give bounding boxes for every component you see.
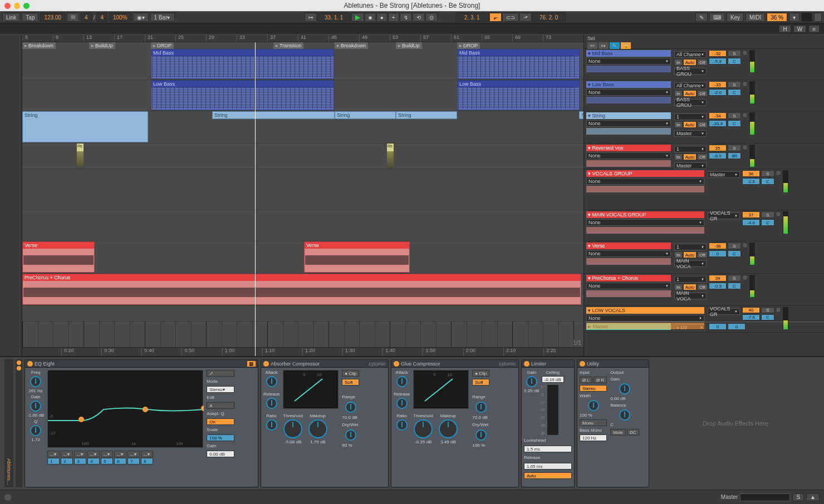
solo-button[interactable]: S (792, 493, 804, 501)
arm-button[interactable] (776, 211, 781, 217)
master-num[interactable]: 0 (709, 323, 727, 330)
output-gain[interactable]: 0.00 dB (207, 451, 234, 457)
solo-button[interactable]: S (761, 170, 774, 177)
device-selector[interactable]: None (586, 315, 704, 322)
sig-num[interactable]: 4 (81, 13, 92, 22)
track-item[interactable]: ▾ StringNone1InAutoOffMaster-34-20.4SC (584, 111, 824, 144)
track-title[interactable]: ▾ Reversed Vox (586, 145, 671, 151)
track-row[interactable]: StringStringStringStringString (22, 111, 583, 144)
arm-button[interactable] (742, 81, 748, 87)
device-selector[interactable]: None (586, 283, 671, 289)
stereo-button[interactable]: Stereo (580, 385, 607, 392)
metronome-icon[interactable]: ◉▾ (133, 13, 149, 22)
bassmono-value[interactable]: 120 Hz (580, 434, 607, 441)
ratio-knob[interactable] (266, 419, 277, 431)
release-knob[interactable] (396, 398, 408, 409)
band-button[interactable]: 6 (114, 458, 126, 465)
makeup-knob[interactable] (308, 419, 327, 438)
eq-display[interactable]: -6 -12 100 1k 10k (47, 370, 203, 448)
mute-button[interactable]: Mute (610, 429, 626, 436)
track-activator[interactable]: -33 (709, 81, 727, 88)
lock-icon[interactable]: 🔒 (621, 42, 631, 49)
record-button[interactable]: ● (376, 13, 388, 22)
track-activator[interactable]: -34 (709, 112, 727, 119)
adapt-q-button[interactable]: On (207, 418, 234, 425)
solo-button[interactable]: S (728, 275, 741, 281)
release-knob[interactable] (266, 398, 277, 409)
pan-value[interactable]: C (728, 250, 741, 257)
band-button[interactable]: 2 (61, 458, 73, 465)
power-icon[interactable] (524, 361, 529, 367)
pan-value[interactable]: C (761, 219, 774, 226)
band-button[interactable]: 7 (127, 458, 140, 465)
power-icon[interactable] (263, 361, 269, 367)
computer-midi-icon[interactable]: ⌨ (709, 13, 725, 22)
overdub-icon[interactable]: + (388, 13, 399, 22)
soft-button[interactable]: Soft (342, 379, 359, 386)
drywet-knob[interactable] (345, 429, 356, 441)
dc-button[interactable]: DC (627, 429, 639, 436)
track-title[interactable]: ▾ Verse (586, 243, 671, 249)
mono-button[interactable]: Mono (580, 419, 607, 426)
solo-button[interactable]: S (728, 50, 741, 57)
clip[interactable]: String (396, 111, 457, 119)
track-activator[interactable]: 40 (742, 307, 760, 313)
track-volume[interactable]: -4.6 (742, 219, 760, 226)
note-zoom[interactable]: 100% (109, 13, 131, 22)
track-item[interactable]: ▾ Mid BassNoneAll ChanneInAutoOffBASS GR… (584, 49, 824, 80)
tempo-nudge-icon[interactable]: ⦀⦀ (67, 13, 79, 22)
input-selector[interactable]: All Channe (674, 51, 707, 58)
track-volume[interactable]: 0 (709, 250, 727, 257)
track-volume[interactable]: -0.3 (709, 283, 727, 289)
track-title[interactable]: ▾ Mid Bass (586, 50, 671, 57)
maximize-icon[interactable] (23, 3, 30, 9)
power-icon[interactable] (394, 361, 399, 367)
clip[interactable]: Mid Bass (151, 49, 334, 79)
back-to-arrangement-icon[interactable]: ↤ (587, 42, 597, 49)
device-selector[interactable]: None (586, 219, 704, 226)
ceiling-value[interactable]: -0.19 dB (542, 376, 564, 383)
scale-value[interactable]: 100 % (207, 434, 234, 441)
arm-button[interactable] (742, 243, 748, 248)
play-button[interactable]: ▶ (351, 13, 364, 22)
phase-r-button[interactable]: Ø R (594, 377, 607, 383)
arm-button[interactable] (742, 145, 748, 150)
track-title[interactable]: ▾ VOCALS GROUP (586, 170, 704, 177)
track-title[interactable]: ▾ MAIN VOCALS GROUP (586, 211, 704, 218)
clip[interactable]: Low Bass (151, 80, 334, 110)
track-item[interactable]: ▾ VOCALS GROUPNoneMaster36-2.6SC (584, 169, 824, 210)
track-item[interactable]: ▾ MAIN VOCALS GROUPNoneVOCALS GR37-4.6SC (584, 210, 824, 241)
hot-swap-icon[interactable] (17, 360, 21, 365)
overview-h-button[interactable]: H (779, 25, 791, 33)
threshold-knob[interactable] (283, 419, 302, 438)
pan-value[interactable]: 9R (728, 152, 741, 159)
solo-button[interactable]: S (728, 243, 741, 249)
track-volume[interactable]: -2.6 (742, 178, 760, 185)
track-item[interactable]: ▾ VerseNone1InAutoOffMAIN VOCA-380SC (584, 241, 824, 274)
track-activator[interactable]: 35 (709, 145, 727, 151)
output-selector[interactable]: BASS GROU (674, 68, 707, 75)
punch-in-icon[interactable]: ⬐ (489, 13, 502, 22)
track-row[interactable]: ReRe (22, 144, 583, 169)
locator[interactable]: DROP (151, 42, 174, 49)
track-item[interactable]: ▾ Low BassNoneAll ChanneInAutoOffBASS GR… (584, 80, 824, 111)
track-volume[interactable]: -5.9 (709, 58, 727, 65)
phase-l-button[interactable]: Ø L (580, 377, 592, 383)
view-toggle-icon[interactable]: ▲ (806, 493, 820, 501)
loop-start[interactable]: 2. 3. 1 (455, 13, 489, 22)
track-activator[interactable]: 37 (742, 211, 760, 218)
track-item[interactable]: ▾ Reversed VoxNone1InAutoOffMaster35-8.5… (584, 144, 824, 169)
reenable-automation-icon[interactable]: ⟲ (413, 13, 425, 22)
track-row[interactable] (22, 169, 583, 210)
lookahead-value[interactable]: 1.5 ms (524, 446, 572, 452)
clip[interactable]: Mid Bass (457, 49, 580, 79)
capture-icon[interactable]: ⊙ (425, 13, 438, 22)
overview-w-button[interactable]: W (793, 25, 806, 33)
link-button[interactable]: Link (2, 13, 20, 22)
track-title[interactable]: ▾ String (586, 112, 671, 119)
cpu-meter[interactable]: 36 % (767, 13, 787, 22)
output-selector[interactable]: BASS GROU (674, 99, 707, 106)
tap-button[interactable]: Tap (22, 13, 38, 22)
track-item[interactable]: ▾ PreChorus + ChorusNone1InAutoOffMAIN V… (584, 274, 824, 306)
device-selector[interactable]: None (586, 58, 671, 65)
